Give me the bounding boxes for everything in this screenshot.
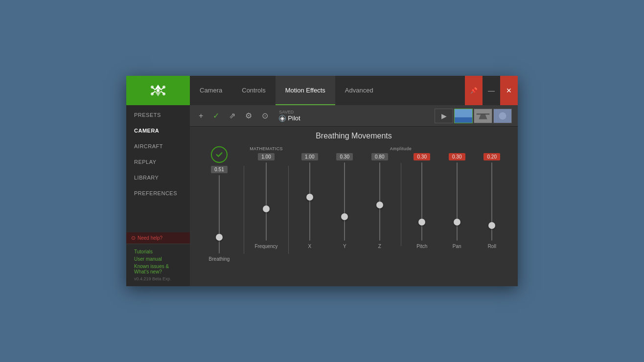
main-content: Camera Controls Motion Effects Advanced … (190, 76, 518, 286)
tab-bar: Camera Controls Motion Effects Advanced (190, 76, 383, 105)
svg-point-9 (151, 92, 154, 95)
preview-thumbnails: ▶ (435, 109, 512, 123)
tab-camera[interactable]: Camera (190, 76, 232, 105)
frequency-slider-group: Mathematics 1.00 Frequency (249, 146, 283, 249)
roll-value: 0.20 (483, 153, 500, 160)
pitch-track (421, 162, 422, 241)
sidebar-footer: Tutorials User manual Known issues & Wha… (126, 244, 190, 286)
pan-track (457, 162, 458, 241)
z-label: Z (378, 244, 381, 249)
slider-y: 0.30 Y (329, 153, 361, 249)
tutorials-link[interactable]: Tutorials (134, 248, 182, 255)
pitch-thumb[interactable] (418, 219, 425, 226)
preset-info: SAVED ◈ Pilot (279, 110, 300, 122)
add-button[interactable]: + (196, 110, 206, 122)
svg-rect-12 (455, 117, 472, 122)
x-thumb[interactable] (306, 194, 313, 201)
sidebar: PRESETS CAMERA AIRCRAFT REPLAY LIBRARY P… (126, 76, 190, 286)
y-thumb[interactable] (341, 213, 348, 220)
preview-thumb-2[interactable] (474, 109, 492, 123)
breathing-thumb[interactable] (216, 234, 223, 241)
svg-point-17 (499, 112, 506, 119)
help-icon: ⊙ (131, 235, 136, 241)
amplitude-group: Amplitude 1.00 X 0.30 (294, 146, 508, 249)
breathing-label: Breathing (209, 256, 230, 262)
preview-play[interactable]: ▶ (435, 109, 453, 123)
section-title: Breathing Movements (316, 132, 392, 140)
title-bar: Camera Controls Motion Effects Advanced … (190, 76, 518, 105)
user-manual-link[interactable]: User manual (134, 255, 182, 263)
sidebar-item-aircraft[interactable]: AIRCRAFT (126, 138, 190, 154)
z-thumb[interactable] (376, 202, 383, 208)
amplitude-title: Amplitude (294, 146, 508, 151)
need-help-button[interactable]: ⊙ Need help? (126, 232, 190, 244)
roll-track (491, 162, 492, 241)
breathing-enable-toggle[interactable] (211, 146, 228, 163)
pan-label: Pan (453, 244, 461, 249)
divider-3 (401, 163, 401, 246)
frequency-track (266, 162, 267, 241)
amplitude-sliders: 1.00 X 0.30 Y (294, 153, 508, 249)
slider-pan: 0.30 Pan (441, 153, 473, 249)
version-label: v0.4.219 Beta Exp. (134, 275, 182, 282)
sidebar-item-library[interactable]: LIBRARY (126, 170, 190, 185)
mathematics-label: Mathematics (250, 146, 282, 151)
pan-value: 0.30 (449, 153, 465, 160)
preview-thumb-1[interactable] (454, 109, 473, 123)
preview-thumb-3[interactable] (493, 109, 512, 123)
frequency-thumb[interactable] (263, 205, 270, 212)
svg-point-2 (157, 89, 160, 92)
sidebar-item-presets[interactable]: PRESETS (126, 107, 190, 123)
drone-icon (148, 81, 168, 100)
content-area: Breathing Movements 0.51 Breathing (190, 127, 518, 286)
minimize-button[interactable]: — (483, 76, 500, 105)
slider-z: 0.80 Z (364, 153, 396, 249)
preset-name: ◈ Pilot (279, 114, 300, 122)
roll-label: Roll (488, 244, 496, 249)
close-button[interactable]: ✕ (500, 76, 518, 105)
divider-1 (244, 166, 244, 254)
pitch-value: 0.30 (414, 153, 430, 160)
known-issues-link[interactable]: Known issues & What's new? (134, 263, 182, 275)
y-value: 0.30 (336, 153, 353, 160)
svg-rect-15 (477, 113, 490, 114)
slider-roll: 0.20 Roll (476, 153, 508, 249)
z-value: 0.80 (371, 153, 388, 160)
preset-icon: ◈ (279, 115, 286, 122)
breathing-value: 0.51 (211, 166, 228, 173)
tab-advanced[interactable]: Advanced (335, 76, 383, 105)
sidebar-item-replay[interactable]: REPLAY (126, 154, 190, 170)
check-button[interactable]: ✓ (210, 109, 222, 122)
tab-controls[interactable]: Controls (232, 76, 275, 105)
roll-thumb[interactable] (488, 222, 495, 229)
breathing-track (219, 175, 220, 253)
x-value: 1.00 (301, 153, 318, 160)
need-help-label: Need help? (138, 235, 162, 241)
x-label: X (308, 244, 311, 249)
toolbar: + ✓ ⇗ ⚙ ⊙ SAVED ◈ Pilot ▶ (190, 105, 518, 127)
app-logo (126, 76, 190, 105)
share-button[interactable]: ⇗ (226, 109, 238, 122)
divider-2 (288, 166, 289, 254)
svg-point-8 (162, 86, 165, 89)
tab-motion-effects[interactable]: Motion Effects (276, 76, 335, 105)
x-track (309, 162, 310, 241)
app-window: PRESETS CAMERA AIRCRAFT REPLAY LIBRARY P… (126, 76, 518, 286)
sidebar-item-preferences[interactable]: PREFERENCES (126, 185, 190, 201)
pan-thumb[interactable] (454, 219, 460, 226)
frequency-label: Frequency (254, 244, 277, 249)
settings-button[interactable]: ⚙ (242, 109, 255, 122)
sidebar-nav: PRESETS CAMERA AIRCRAFT REPLAY LIBRARY P… (126, 105, 190, 232)
breathing-slider-group: 0.51 Breathing (200, 146, 239, 262)
frequency-value: 1.00 (258, 153, 275, 160)
lock-button[interactable]: ⊙ (259, 109, 271, 122)
slider-x: 1.00 X (294, 153, 326, 249)
pin-button[interactable]: 📌 (465, 76, 483, 105)
y-track (344, 162, 345, 241)
svg-point-10 (162, 92, 165, 95)
saved-label: SAVED (279, 110, 300, 114)
sidebar-item-camera[interactable]: CAMERA (126, 123, 190, 138)
slider-pitch: 0.30 Pitch (406, 153, 438, 249)
window-controls: 📌 — ✕ (465, 76, 518, 105)
y-label: Y (343, 244, 346, 249)
